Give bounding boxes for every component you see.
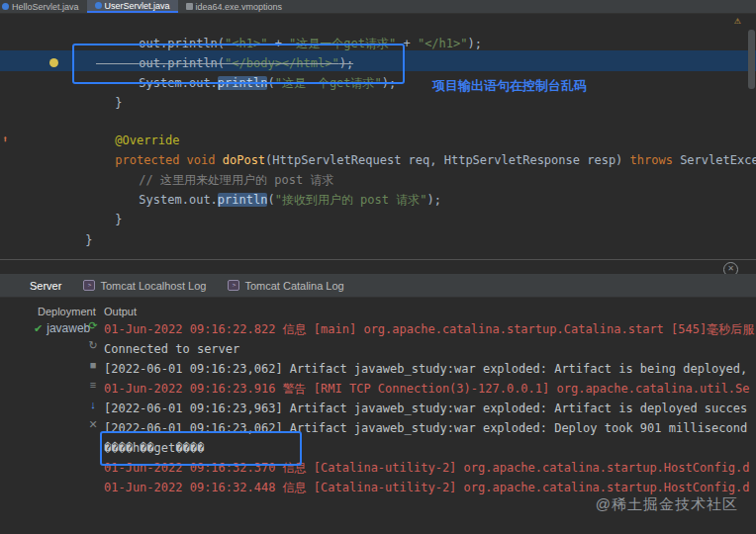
code-token: throws xyxy=(630,153,673,167)
code-token: } xyxy=(115,96,122,110)
code-token: ); xyxy=(426,193,440,207)
deployment-item-label: javaweb xyxy=(47,321,90,335)
code-token: System.out. xyxy=(139,193,217,207)
code-token: } xyxy=(85,233,92,247)
refresh-icon[interactable]: ↻ xyxy=(88,339,97,352)
console-toolbar: ⟳ ↻ ■ ≡ ↓ ✕ xyxy=(85,319,101,431)
code-line[interactable]: System.out.println("接收到用户的 post 请求"); xyxy=(96,170,441,229)
scrollbar-thumb[interactable] xyxy=(748,30,755,89)
scroll-to-end-icon[interactable]: ↓ xyxy=(90,399,96,411)
tab-label: idea64.exe.vmoptions xyxy=(196,2,283,12)
tab-helloservlet[interactable]: HelloServlet.java xyxy=(0,0,87,13)
code-line[interactable]: } xyxy=(43,211,93,270)
tab-tomcat-localhost-log[interactable]: > Tomcat Localhost Log xyxy=(83,280,206,292)
intention-bulb-icon[interactable] xyxy=(49,58,58,67)
tab-server[interactable]: Server xyxy=(30,280,61,292)
ide-window: HelloServlet.java UserServlet.java idea6… xyxy=(0,0,756,534)
editor-tab-bar: HelloServlet.java UserServlet.java idea6… xyxy=(0,0,756,14)
config-file-icon xyxy=(186,3,193,10)
clear-output-icon[interactable]: ✕ xyxy=(88,418,97,431)
console-log-icon: > xyxy=(83,280,95,291)
tab-label: UserServlet.java xyxy=(105,1,170,11)
annotation-note: 项目输出语句在控制台乱码 xyxy=(432,76,587,96)
code-token: ); xyxy=(468,37,482,50)
log-line: [2022-06-01 09:16:23,062] Artifact javaw… xyxy=(104,359,754,379)
class-icon xyxy=(2,3,9,10)
console-tab-label: Tomcat Catalina Log xyxy=(244,280,343,292)
code-token: ServletException, xyxy=(673,153,756,167)
warning-stripe-icon[interactable]: ⚠ xyxy=(734,15,741,26)
console-log-icon: > xyxy=(228,280,239,291)
tab-label: HelloServlet.java xyxy=(12,2,79,12)
console-tab-label: Tomcat Localhost Log xyxy=(100,280,206,292)
deployment-header: Deployment xyxy=(38,306,96,317)
output-header: Output xyxy=(104,306,137,317)
redeploy-icon[interactable]: ⟳ xyxy=(88,319,97,332)
log-line: Connected to server xyxy=(104,339,239,359)
tab-tomcat-catalina-log[interactable]: > Tomcat Catalina Log xyxy=(228,280,343,292)
code-token: "</h1>" xyxy=(418,37,468,50)
annotation-rectangle xyxy=(100,431,302,466)
class-icon xyxy=(95,2,102,9)
annotation-rectangle xyxy=(72,44,405,84)
code-editor[interactable]: out.println("<h1>" + "这是一个get请求" + "</h1… xyxy=(0,13,756,259)
run-console-panel: ✕ Server > Tomcat Localhost Log > Tomcat… xyxy=(0,259,756,534)
stop-icon[interactable]: ■ xyxy=(90,359,97,372)
override-gutter-icon[interactable]: ⬆ xyxy=(2,134,8,144)
tab-vmoptions[interactable]: idea64.exe.vmoptions xyxy=(178,0,291,13)
console-tab-bar: Server > Tomcat Localhost Log > Tomcat C… xyxy=(0,274,756,298)
console-tab-label: Server xyxy=(30,280,61,292)
watermark: @稀土掘金技术社区 xyxy=(596,495,738,514)
code-token: ( xyxy=(267,193,274,207)
log-line: 01-Jun-2022 09:16:32.448 信息 [Catalina-ut… xyxy=(104,478,750,497)
code-token: "接收到用户的 post 请求" xyxy=(275,193,427,207)
log-line: [2022-06-01 09:16:23,963] Artifact javaw… xyxy=(104,399,747,418)
log-line: 01-Jun-2022 09:16:22.822 信息 [main] org.a… xyxy=(104,319,754,339)
tab-userservlet[interactable]: UserServlet.java xyxy=(87,0,178,13)
deployment-item-javaweb[interactable]: ✔ javaweb xyxy=(34,321,90,335)
code-token: println xyxy=(218,193,268,207)
log-line: 01-Jun-2022 09:16:23.916 警告 [RMI TCP Con… xyxy=(104,379,750,399)
deployed-check-icon: ✔ xyxy=(34,322,43,335)
code-token: } xyxy=(115,213,122,226)
filter-icon[interactable]: ≡ xyxy=(90,379,96,392)
